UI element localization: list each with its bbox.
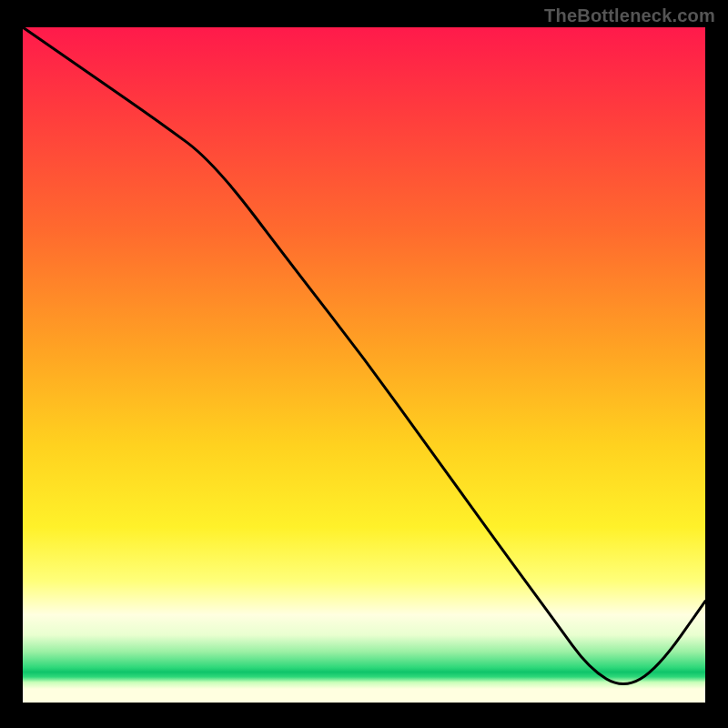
chart-root: TheBottleneck.com [0,0,728,728]
bottleneck-curve [23,27,705,703]
attribution-text: TheBottleneck.com [544,5,715,26]
plot-area [23,27,705,703]
curve-path [23,27,705,684]
